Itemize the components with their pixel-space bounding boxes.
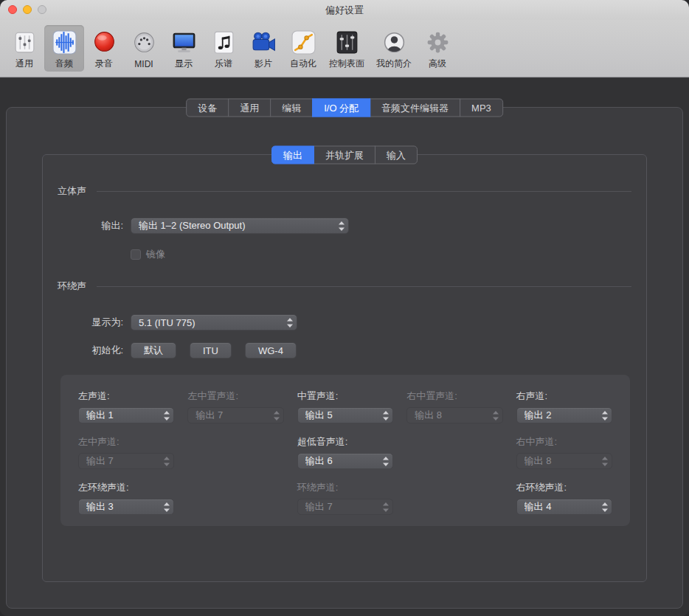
popup-chevrons-icon bbox=[602, 411, 608, 421]
right-channel-popup[interactable]: 输出 2 bbox=[516, 407, 612, 423]
channel-cell-left-center: 左中置声道: 输出 7 bbox=[187, 390, 283, 423]
left-channel-popup[interactable]: 输出 1 bbox=[78, 407, 174, 423]
content-frame: 设备 通用 编辑 I/O 分配 音频文件编辑器 MP3 输出 并轨扩展 输入 立… bbox=[6, 107, 683, 609]
toolbar-item-advanced[interactable]: 高级 bbox=[418, 25, 457, 72]
record-icon bbox=[90, 27, 118, 57]
toolbar-item-label: 音频 bbox=[55, 58, 73, 70]
lfe-channel-popup[interactable]: 输出 6 bbox=[297, 453, 393, 469]
io-assignments-panel: 输出 并轨扩展 输入 立体声 输出: 输出 1–2 (Stereo Output… bbox=[42, 154, 647, 582]
tab-bounce-extensions[interactable]: 并轨扩展 bbox=[314, 146, 375, 165]
toolbar-item-movie[interactable]: 影片 bbox=[243, 25, 283, 72]
channel-cell-surround: 环绕声道: 输出 7 bbox=[297, 481, 393, 515]
popup-chevrons-icon bbox=[164, 457, 170, 466]
popup-chevrons-icon bbox=[274, 411, 280, 421]
initialize-label: 初始化: bbox=[53, 344, 123, 357]
audio-icon bbox=[50, 27, 78, 57]
toolbar-item-label: 显示 bbox=[175, 58, 193, 70]
channel-cell-lfe: 超低音声道: 输出 6 bbox=[297, 435, 393, 469]
movie-icon bbox=[249, 27, 277, 57]
toolbar-item-label: 高级 bbox=[429, 58, 446, 70]
advanced-icon bbox=[423, 27, 451, 57]
toolbar-item-score[interactable]: 乐谱 bbox=[204, 25, 243, 72]
channel-cell-right-surround: 右环绕声道: 输出 4 bbox=[516, 481, 612, 515]
init-wg4-button[interactable]: WG-4 bbox=[245, 342, 297, 359]
surround-section-header: 环绕声 bbox=[58, 280, 631, 292]
channel-cell-right-center: 右中置声道: 输出 8 bbox=[406, 390, 502, 423]
mirroring-row: 镜像 bbox=[131, 248, 165, 261]
popup-chevrons-icon bbox=[383, 457, 389, 466]
toolbar-item-display[interactable]: 显示 bbox=[164, 25, 204, 72]
popup-chevrons-icon bbox=[339, 221, 344, 231]
tab-io-assignments[interactable]: I/O 分配 bbox=[312, 99, 370, 117]
left-center-channel-popup: 输出 7 bbox=[187, 407, 283, 423]
popup-chevrons-icon bbox=[383, 411, 389, 421]
tab-devices[interactable]: 设备 bbox=[186, 99, 229, 117]
toolbar: 通用 音频 录音 MIDI 显示 bbox=[0, 20, 689, 77]
channel-cell-left-mid: 左中声道: 输出 7 bbox=[78, 435, 174, 469]
midi-icon bbox=[130, 29, 158, 58]
toolbar-item-label: 录音 bbox=[95, 58, 113, 70]
tab-output[interactable]: 输出 bbox=[271, 146, 314, 165]
right-surround-channel-popup[interactable]: 输出 4 bbox=[516, 499, 612, 515]
automation-icon bbox=[289, 27, 317, 57]
toolbar-item-label: 乐谱 bbox=[215, 58, 232, 70]
popup-chevrons-icon bbox=[602, 502, 608, 512]
stereo-section-header: 立体声 bbox=[58, 185, 631, 197]
zoom-button[interactable] bbox=[38, 5, 46, 14]
channel-cell-left-surround: 左环绕声道: 输出 3 bbox=[78, 481, 174, 515]
toolbar-item-automation[interactable]: 自动化 bbox=[283, 25, 323, 72]
stereo-section-title: 立体声 bbox=[58, 184, 86, 198]
right-mid-channel-popup: 输出 8 bbox=[516, 453, 612, 469]
control-surfaces-icon bbox=[333, 27, 361, 57]
init-default-button[interactable]: 默认 bbox=[131, 342, 176, 359]
popup-chevrons-icon bbox=[164, 411, 170, 421]
right-center-channel-popup: 输出 8 bbox=[406, 407, 502, 423]
surround-channel-popup: 输出 7 bbox=[297, 499, 393, 515]
tab-editing[interactable]: 编辑 bbox=[270, 99, 313, 117]
surround-section-title: 环绕声 bbox=[58, 280, 86, 293]
popup-chevrons-icon bbox=[602, 457, 608, 466]
show-as-popup[interactable]: 5.1 (ITU 775) bbox=[131, 314, 297, 331]
channel-cell-right: 右声道: 输出 2 bbox=[516, 390, 612, 423]
init-itu-button[interactable]: ITU bbox=[190, 342, 232, 359]
toolbar-item-audio[interactable]: 音频 bbox=[44, 25, 84, 72]
titlebar: 偏好设置 bbox=[0, 0, 689, 20]
toolbar-item-record[interactable]: 录音 bbox=[84, 25, 124, 72]
left-surround-channel-popup[interactable]: 输出 3 bbox=[78, 499, 174, 515]
toolbar-item-general[interactable]: 通用 bbox=[4, 25, 44, 72]
general-icon bbox=[10, 27, 38, 57]
stereo-output-label: 输出: bbox=[53, 219, 123, 232]
tab-audio-file-editor[interactable]: 音频文件编辑器 bbox=[370, 99, 460, 117]
initialize-row: 初始化: 默认 ITU WG-4 bbox=[53, 342, 310, 359]
toolbar-item-label: 自动化 bbox=[290, 58, 316, 70]
show-as-row: 显示为: 5.1 (ITU 775) bbox=[53, 314, 297, 331]
stereo-output-row: 输出: 输出 1–2 (Stereo Output) bbox=[53, 218, 349, 234]
window-title: 偏好设置 bbox=[0, 0, 689, 20]
mirroring-checkbox[interactable] bbox=[131, 249, 141, 260]
popup-chevrons-icon bbox=[164, 502, 170, 512]
mirroring-label: 镜像 bbox=[146, 248, 165, 261]
section-divider bbox=[97, 286, 631, 287]
toolbar-item-my-info[interactable]: 我的简介 bbox=[370, 25, 418, 72]
popup-chevrons-icon bbox=[383, 502, 389, 512]
channel-cell-right-mid: 右中声道: 输出 8 bbox=[516, 435, 612, 469]
toolbar-item-label: 我的简介 bbox=[376, 58, 412, 70]
toolbar-item-midi[interactable]: MIDI bbox=[124, 27, 164, 71]
toolbar-item-label: 影片 bbox=[255, 58, 272, 70]
toolbar-item-label: 通用 bbox=[15, 58, 33, 70]
toolbar-item-label: 控制表面 bbox=[329, 58, 364, 70]
preferences-content: 设备 通用 编辑 I/O 分配 音频文件编辑器 MP3 输出 并轨扩展 输入 立… bbox=[0, 78, 689, 616]
tab-input[interactable]: 输入 bbox=[375, 146, 418, 165]
tab-general[interactable]: 通用 bbox=[228, 99, 271, 117]
tab-mp3[interactable]: MP3 bbox=[460, 99, 503, 117]
close-button[interactable] bbox=[8, 5, 17, 14]
traffic-lights bbox=[8, 5, 46, 14]
channel-cell-center: 中置声道: 输出 5 bbox=[297, 390, 393, 423]
minimize-button[interactable] bbox=[23, 5, 32, 14]
stereo-output-popup[interactable]: 输出 1–2 (Stereo Output) bbox=[131, 218, 349, 234]
center-channel-popup[interactable]: 输出 5 bbox=[297, 407, 393, 423]
score-icon bbox=[210, 27, 238, 57]
toolbar-item-label: MIDI bbox=[134, 59, 153, 69]
popup-chevrons-icon bbox=[287, 318, 293, 328]
toolbar-item-control-surfaces[interactable]: 控制表面 bbox=[323, 25, 370, 72]
